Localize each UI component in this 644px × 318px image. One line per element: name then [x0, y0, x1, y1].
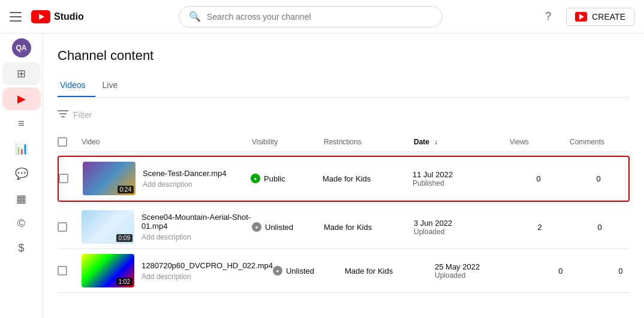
visibility-cell: Unlisted	[273, 266, 345, 275]
content-icon: ▶	[17, 92, 26, 105]
video-info: Scene04-Mountain-Aerial-Shot-01.mp4 Add …	[142, 213, 252, 241]
duration-badge: 0:09	[116, 234, 133, 242]
video-cell: 1:02 1280720p60_DVCPRO_HD_022.mp4 Add de…	[82, 254, 273, 287]
visibility-label: Unlisted	[265, 223, 293, 232]
tab-videos[interactable]: Videos	[58, 75, 95, 97]
filter-bar: Filter	[58, 107, 630, 123]
sidebar-item-comments[interactable]: 💬	[2, 162, 41, 185]
visibility-cell: Public	[251, 174, 323, 183]
video-cell: 0:09 Scene04-Mountain-Aerial-Shot-01.mp4…	[82, 210, 252, 244]
logo-text: Studio	[54, 11, 84, 22]
header-left: Studio	[10, 10, 84, 24]
video-description[interactable]: Add description	[142, 233, 252, 241]
restriction-cell: Made for Kids	[345, 266, 435, 275]
search-icon: 🔍	[189, 11, 201, 22]
comments-icon: 💬	[15, 167, 28, 180]
header-date-col[interactable]: Date ↓	[414, 138, 510, 146]
sidebar-item-subtitles[interactable]: ▦	[2, 187, 41, 210]
page-title: Channel content	[58, 48, 630, 63]
restriction-cell: Made for Kids	[323, 174, 413, 183]
video-title[interactable]: 1280720p60_DVCPRO_HD_022.mp4	[142, 261, 273, 270]
table-row-3: 1:02 1280720p60_DVCPRO_HD_022.mp4 Add de…	[58, 249, 630, 293]
visibility-icon	[252, 222, 261, 232]
search-input[interactable]	[207, 12, 432, 22]
video-description[interactable]: Add description	[142, 272, 273, 281]
video-thumbnail[interactable]: 1:02	[82, 254, 134, 287]
avatar: QA	[12, 38, 31, 57]
table-row: 1:02 1280720p60_DVCPRO_HD_022.mp4 Add de…	[58, 249, 630, 293]
visibility-icon	[273, 266, 282, 275]
sidebar: QA ⊞ ▶ ≡ 📊 💬 ▦ © $	[0, 34, 43, 318]
comments-cell: 0	[568, 174, 628, 183]
tab-live[interactable]: Live	[100, 75, 128, 97]
sort-arrow-icon: ↓	[434, 138, 438, 146]
comments-cell: 0	[591, 266, 644, 275]
date-cell: 11 Jul 2022 Published	[413, 170, 508, 187]
row-checkbox-col	[58, 222, 82, 232]
dashboard-icon: ⊞	[17, 67, 26, 80]
video-thumbnail[interactable]: 0:09	[82, 210, 134, 244]
row-checkbox-col	[58, 266, 82, 275]
menu-button[interactable]	[10, 10, 24, 24]
row-checkbox[interactable]	[59, 174, 68, 183]
video-cell: 0:24 Scene-Test-Dancer.mp4 Add descripti…	[83, 162, 251, 195]
sidebar-item-earn[interactable]: $	[2, 237, 41, 259]
duration-badge: 1:02	[116, 278, 133, 286]
table-row-2: 0:09 Scene04-Mountain-Aerial-Shot-01.mp4…	[58, 205, 630, 249]
filter-placeholder: Filter	[73, 110, 92, 120]
earn-icon: $	[18, 242, 24, 255]
create-label: CREATE	[592, 12, 625, 22]
video-description[interactable]: Add description	[143, 180, 226, 189]
date-cell: 3 Jun 2022 Uploaded	[414, 219, 510, 236]
header-views-col: Views	[510, 138, 570, 146]
views-cell: 0	[508, 174, 568, 183]
analytics-icon: 📊	[15, 142, 28, 155]
youtube-icon	[31, 10, 50, 23]
views-cell: 0	[531, 266, 591, 275]
visibility-label: Unlisted	[286, 266, 314, 275]
duration-badge: 0:24	[118, 186, 134, 193]
create-icon	[575, 12, 587, 22]
table-row: 0:09 Scene04-Mountain-Aerial-Shot-01.mp4…	[58, 205, 630, 249]
tabs: Videos Live	[58, 75, 630, 98]
video-info: Scene-Test-Dancer.mp4 Add description	[143, 169, 226, 189]
video-thumbnail[interactable]: 0:24	[83, 162, 136, 195]
content-area: Channel content Videos Live Filter V	[43, 34, 644, 318]
search-bar: 🔍	[179, 6, 443, 28]
header-comments-col: Comments	[570, 138, 630, 146]
table-row-highlighted: 0:24 Scene-Test-Dancer.mp4 Add descripti…	[58, 156, 630, 202]
header-checkbox-col	[58, 137, 82, 147]
visibility-icon	[251, 174, 260, 183]
row-checkbox[interactable]	[58, 222, 67, 232]
comments-cell: 0	[570, 223, 630, 232]
sidebar-item-playlists[interactable]: ≡	[2, 113, 41, 135]
video-title[interactable]: Scene-Test-Dancer.mp4	[143, 169, 226, 178]
sidebar-item-analytics[interactable]: 📊	[2, 137, 41, 160]
sidebar-item-dashboard[interactable]: ⊞	[2, 62, 41, 85]
main-layout: QA ⊞ ▶ ≡ 📊 💬 ▦ © $ Channel content Vide	[0, 34, 644, 318]
filter-icon	[58, 110, 68, 120]
header-visibility-col: Visibility	[252, 138, 324, 146]
playlists-icon: ≡	[18, 117, 25, 130]
row-checkbox[interactable]	[58, 266, 67, 275]
restriction-cell: Made for Kids	[324, 223, 414, 232]
create-button[interactable]: CREATE	[566, 8, 634, 26]
date-cell: 25 May 2022 Uploaded	[435, 262, 531, 280]
views-cell: 2	[510, 223, 570, 232]
logo[interactable]: Studio	[31, 10, 84, 23]
visibility-label: Public	[264, 174, 285, 183]
header-restrictions-col: Restrictions	[324, 138, 414, 146]
help-button[interactable]: ?	[537, 6, 559, 28]
header-video-col: Video	[82, 138, 252, 146]
sidebar-item-content[interactable]: ▶	[2, 87, 41, 110]
row-checkbox-col	[59, 174, 83, 183]
sidebar-item-copyright[interactable]: ©	[2, 213, 41, 235]
video-info: 1280720p60_DVCPRO_HD_022.mp4 Add descrip…	[142, 261, 273, 281]
table-header: Video Visibility Restrictions Date ↓ Vie…	[58, 132, 630, 152]
visibility-cell: Unlisted	[252, 222, 324, 232]
select-all-checkbox[interactable]	[58, 137, 67, 147]
video-title[interactable]: Scene04-Mountain-Aerial-Shot-01.mp4	[142, 213, 252, 231]
subtitles-icon: ▦	[16, 192, 26, 205]
header: Studio 🔍 ? CREATE	[0, 0, 644, 34]
copyright-icon: ©	[17, 217, 25, 230]
